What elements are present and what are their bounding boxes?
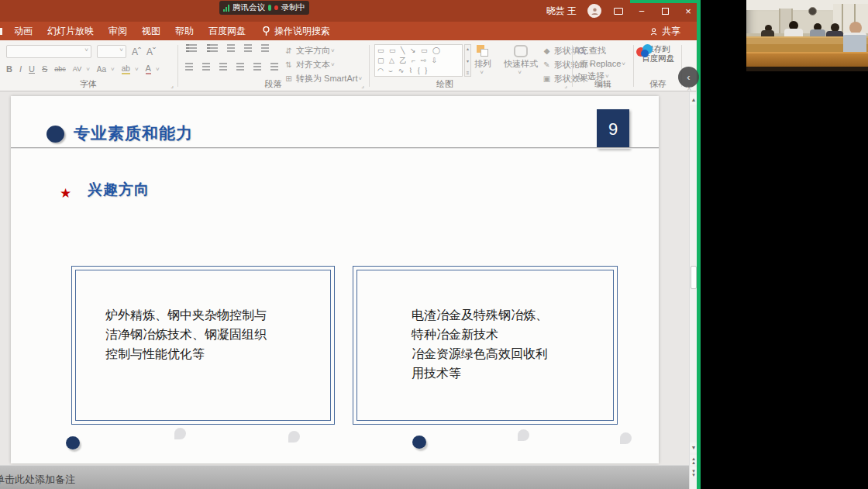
tab-slideshow[interactable]: 幻灯片放映 (47, 25, 94, 38)
person-5-torso (843, 33, 866, 54)
bold-button[interactable]: B (6, 64, 12, 74)
strikethrough-button[interactable]: S (42, 64, 47, 74)
line-spacing-icon[interactable] (261, 44, 269, 46)
arrange-icon (477, 45, 489, 57)
ghost-dot (620, 432, 632, 444)
account-name[interactable]: 晓芸 王 (546, 5, 577, 18)
font-dialog-launcher-icon[interactable]: ⌟ (170, 82, 174, 89)
font-name-combo[interactable] (6, 45, 91, 58)
align-center-icon[interactable] (202, 63, 210, 64)
clear-format-button[interactable]: abc (54, 65, 66, 73)
meeting-app-name: 腾讯会议 (232, 2, 265, 13)
shapes-gallery[interactable]: ▭ ▭ ╲ ↘ ▭ ◯ ▢ △ 乙 ⌐ ⇨ ⇩ ◠ ⌣ ∿ ⌇ { } (374, 44, 463, 77)
webcam-video-tile[interactable] (746, 0, 868, 71)
mic-icon (268, 5, 271, 11)
tell-me-label: 操作说明搜索 (274, 25, 330, 38)
title-divider-line (11, 147, 659, 149)
find-button[interactable]: 查找 (578, 45, 625, 57)
restore-button[interactable] (659, 5, 671, 17)
decrease-indent-icon[interactable] (227, 44, 235, 46)
arrange-button[interactable]: 排列 ˅ (474, 45, 491, 77)
bullets-icon[interactable] (189, 44, 197, 46)
slide-canvas[interactable]: 专业素质和能力 9 ★ 兴趣方向 炉外精炼、钢中夹杂物控制与 洁净钢冶炼技术、钢… (11, 96, 659, 463)
justify-icon[interactable] (236, 63, 244, 64)
italic-button[interactable]: I (19, 64, 22, 74)
drawing-dialog-launcher-icon[interactable]: ⌟ (564, 82, 567, 89)
titlebar-controls: 晓芸 王 − × (546, 0, 694, 22)
interest-box-right[interactable]: 电渣冶金及特殊钢冶炼、 特种冶金新技术 冶金资源绿色高效回收利 用技术等 (353, 266, 618, 425)
highlight-button[interactable]: ab (122, 64, 130, 74)
align-text-icon: ⇅ (284, 60, 293, 69)
minimize-button[interactable]: − (636, 5, 648, 17)
person-icon (591, 7, 599, 15)
share-button[interactable]: 共享 (650, 25, 680, 38)
interest-box-left-text: 炉外精炼、钢中夹杂物控制与 洁净钢冶炼技术、钢凝固组织 控制与性能优化等 (105, 305, 267, 363)
save-to-baidu-button[interactable]: 保存到 百度网盘 (635, 44, 681, 63)
increase-indent-icon[interactable] (244, 44, 252, 46)
ghost-dot (174, 428, 186, 439)
columns-icon[interactable] (270, 63, 278, 64)
vertical-scrollbar[interactable]: ▲ ▼ ▴▴ ▾▾ (689, 92, 697, 489)
magnifier-icon (578, 47, 586, 55)
underline-button[interactable]: U (29, 64, 35, 74)
scrollbar-thumb[interactable] (691, 266, 697, 289)
align-text-button[interactable]: ⇅对齐文本˅ (284, 59, 362, 71)
avatar[interactable] (587, 4, 601, 18)
meeting-floating-bar[interactable]: 腾讯会议 录制中 (219, 1, 309, 15)
screenshare-border-top (630, 0, 701, 3)
drawing-group-label: 绘图 (319, 78, 570, 90)
network-signal-icon (223, 5, 229, 12)
font-size-combo[interactable] (97, 45, 126, 58)
text-direction-button[interactable]: ⇵文字方向˅ (284, 45, 362, 57)
align-right-icon[interactable] (219, 63, 227, 64)
tab-baidu-netdisk[interactable]: 百度网盘 (208, 25, 246, 38)
notes-placeholder[interactable]: 单击此处添加备注 (0, 473, 75, 487)
ghost-dot (518, 429, 529, 441)
quick-styles-button[interactable]: 快速样式 ˅ (504, 45, 538, 77)
notes-pane[interactable]: 单击此处添加备注 (0, 465, 689, 489)
share-person-icon (650, 27, 659, 36)
ribbon-display-options-icon[interactable] (612, 5, 625, 17)
desk-shadow (746, 67, 868, 71)
replace-icon: ab (578, 60, 587, 68)
grow-font-button[interactable]: Aˆ (132, 46, 141, 57)
star-icon: ★ (60, 185, 71, 201)
tab-animation[interactable]: 动画 (14, 25, 33, 38)
wall-clock (808, 7, 817, 15)
char-spacing-button[interactable]: AV (73, 65, 81, 73)
distribute-icon[interactable] (253, 63, 261, 64)
interest-box-left[interactable]: 炉外精炼、钢中夹杂物控制与 洁净钢冶炼技术、钢凝固组织 控制与性能优化等 (71, 266, 335, 425)
shrink-font-button[interactable]: Aˇ (146, 46, 156, 57)
font-group-label: 字体 (0, 78, 177, 90)
replace-button[interactable]: abReplace˅ (578, 59, 625, 68)
shapes-row: ▢ △ 乙 ⌐ ⇨ ⇩ (377, 56, 460, 66)
close-button[interactable]: × (682, 5, 694, 17)
tell-me-pin-icon (263, 26, 270, 36)
tab-review[interactable]: 审阅 (108, 25, 127, 38)
slide-title[interactable]: 专业素质和能力 (74, 122, 193, 144)
share-label: 共享 (662, 25, 680, 38)
shapes-gallery-scrollbar[interactable]: ▴▾≡ (464, 44, 471, 77)
group-divider (633, 45, 634, 87)
ghost-dot (288, 431, 300, 443)
tab-view[interactable]: 视图 (142, 25, 160, 38)
font-color-button[interactable]: A (146, 64, 151, 74)
section-title[interactable]: 兴趣方向 (88, 180, 150, 200)
shape-outline-icon: ✎ (542, 60, 551, 69)
ribbon-box-glyph (614, 8, 623, 15)
desktop: 晓芸 王 − × 动画 幻灯片放映 审阅 视图 帮助 百度网盘 (0, 0, 868, 489)
navy-dot (412, 436, 426, 449)
tab-help[interactable]: 帮助 (175, 25, 194, 38)
group-divider (177, 45, 178, 87)
change-case-button[interactable]: Aa (97, 65, 106, 74)
editing-group: 查找 abReplace˅ 选择˅ 编辑 (574, 40, 632, 91)
recording-label: 录制中 (281, 2, 306, 13)
tell-me-search[interactable]: 操作说明搜索 (263, 25, 330, 38)
page-number-badge: 9 (597, 109, 629, 149)
title-bullet-circle (46, 126, 64, 143)
quick-styles-icon (514, 45, 528, 57)
front-desk (746, 52, 868, 68)
numbering-icon[interactable] (210, 44, 218, 46)
align-left-icon[interactable] (185, 63, 193, 64)
meeting-mini-close-icon[interactable]: × (687, 84, 691, 93)
